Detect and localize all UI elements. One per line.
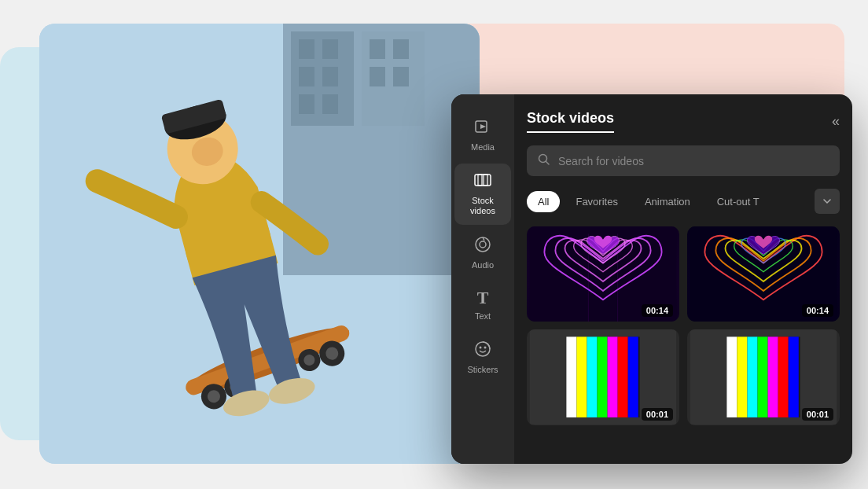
svg-point-36	[476, 237, 490, 252]
video3-duration: 00:01	[642, 408, 673, 421]
svg-rect-62	[758, 337, 768, 418]
svg-rect-9	[322, 94, 338, 114]
svg-rect-64	[778, 337, 789, 418]
search-icon	[538, 153, 550, 168]
svg-line-43	[546, 162, 550, 165]
sidebar-item-stock-videos[interactable]: Stockvideos	[454, 164, 511, 224]
panel-header: Stock videos «	[527, 110, 840, 133]
svg-rect-33	[475, 175, 491, 186]
sidebar-item-text[interactable]: T Text	[454, 281, 511, 329]
svg-rect-53	[598, 337, 608, 418]
svg-rect-60	[737, 337, 747, 418]
svg-marker-32	[480, 124, 486, 129]
svg-rect-52	[587, 337, 597, 418]
skate-image	[39, 24, 480, 464]
svg-rect-51	[576, 337, 587, 418]
svg-rect-8	[299, 94, 314, 114]
svg-rect-56	[628, 337, 638, 418]
search-input[interactable]	[558, 155, 829, 167]
svg-rect-54	[608, 337, 618, 418]
video-card-heart2[interactable]: 00:14	[687, 226, 840, 322]
panel: Media Stockvideos	[451, 94, 852, 464]
video2-duration: 00:14	[802, 304, 833, 317]
scene-container: Media Stockvideos	[0, 0, 868, 489]
skater-illustration	[39, 24, 480, 464]
media-icon	[474, 118, 491, 138]
video-card-colorbars2[interactable]: 00:01	[687, 329, 840, 425]
svg-rect-65	[789, 337, 799, 418]
svg-rect-13	[393, 67, 409, 86]
video1-duration: 00:14	[642, 304, 673, 317]
video-card-colorbars1[interactable]: 00:01	[527, 329, 679, 425]
video-grid: 00:14 00:14	[527, 226, 840, 425]
svg-rect-61	[747, 337, 757, 418]
sidebar: Media Stockvideos	[451, 94, 514, 464]
sidebar-item-audio[interactable]: Audio	[454, 228, 511, 278]
sidebar-item-text-label: Text	[475, 311, 491, 322]
sidebar-item-media[interactable]: Media	[454, 110, 511, 160]
filter-tab-animation[interactable]: Animation	[634, 191, 701, 212]
video4-duration: 00:01	[802, 408, 833, 421]
sidebar-item-stickers-label: Stickers	[467, 365, 498, 375]
filter-tabs: All Favorites Animation Cut-out T	[527, 189, 840, 214]
svg-rect-12	[370, 67, 385, 86]
svg-rect-50	[566, 337, 576, 418]
video-card-heart1[interactable]: 00:14	[527, 226, 679, 322]
sidebar-item-audio-label: Audio	[472, 260, 494, 270]
close-button[interactable]: «	[832, 113, 840, 130]
svg-rect-35	[484, 175, 487, 186]
audio-icon	[474, 236, 491, 256]
svg-rect-7	[322, 67, 338, 86]
svg-rect-55	[618, 337, 628, 418]
filter-tab-all[interactable]: All	[527, 191, 560, 212]
svg-point-41	[484, 346, 487, 348]
svg-rect-34	[478, 175, 482, 186]
svg-rect-63	[768, 337, 778, 418]
sidebar-item-stock-videos-label: Stockvideos	[470, 196, 495, 216]
sidebar-item-media-label: Media	[471, 142, 495, 153]
filter-tab-cutout[interactable]: Cut-out T	[706, 191, 771, 212]
svg-rect-10	[370, 39, 385, 59]
svg-rect-11	[393, 39, 409, 59]
filter-tab-favorites[interactable]: Favorites	[565, 191, 628, 212]
sidebar-item-stickers[interactable]: Stickers	[454, 333, 511, 383]
panel-title: Stock videos	[527, 110, 614, 133]
svg-rect-59	[726, 337, 737, 418]
svg-rect-5	[322, 39, 338, 59]
filter-dropdown-button[interactable]	[815, 189, 840, 214]
main-content: Stock videos « All Favorites Animation C…	[514, 94, 852, 464]
svg-rect-4	[299, 39, 314, 59]
text-icon: T	[477, 289, 489, 307]
stickers-icon	[474, 340, 491, 360]
svg-point-37	[480, 241, 486, 248]
svg-rect-6	[299, 67, 314, 86]
stock-videos-icon	[474, 171, 491, 191]
svg-point-40	[480, 346, 482, 348]
search-bar[interactable]	[527, 145, 840, 176]
